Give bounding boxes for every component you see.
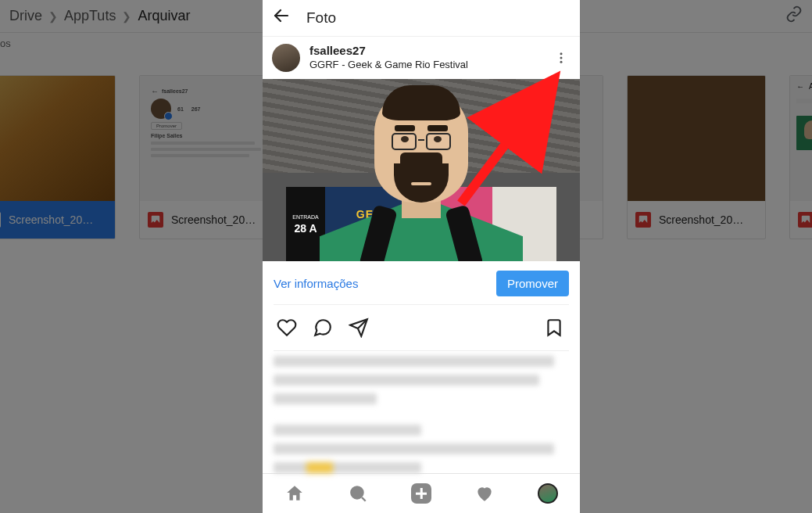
username[interactable]: fsallees27 bbox=[309, 44, 468, 59]
like-icon[interactable] bbox=[270, 311, 303, 344]
tab-home[interactable] bbox=[263, 474, 326, 513]
modal-title: Foto bbox=[306, 9, 336, 27]
bookmark-icon[interactable] bbox=[538, 311, 571, 344]
bottom-tabbar bbox=[263, 473, 580, 513]
instagram-photo-modal: Foto fsallees27 GGRF - Geek & Game Rio F… bbox=[263, 0, 580, 513]
post-header: fsallees27 GGRF - Geek & Game Rio Festiv… bbox=[263, 37, 580, 79]
insights-row: Ver informações Promover bbox=[263, 261, 580, 304]
tab-add[interactable] bbox=[389, 474, 453, 513]
blurred-text bbox=[274, 462, 421, 473]
more-options-icon[interactable] bbox=[552, 51, 571, 65]
post-actions bbox=[263, 305, 580, 350]
avatar[interactable] bbox=[272, 44, 300, 72]
view-insights-link[interactable]: Ver informações bbox=[274, 277, 358, 290]
share-icon[interactable] bbox=[342, 311, 375, 344]
tab-activity[interactable] bbox=[453, 474, 517, 513]
svg-point-3 bbox=[560, 61, 563, 63]
location[interactable]: GGRF - Geek & Game Rio Festival bbox=[309, 59, 468, 71]
plus-icon bbox=[411, 483, 431, 504]
post-photo[interactable]: ENTRADA28 A GEEGAMERIO FESTIVAL 2017 EXP… bbox=[263, 79, 580, 261]
blurred-text bbox=[274, 356, 554, 367]
blurred-text bbox=[274, 393, 377, 404]
svg-point-2 bbox=[560, 56, 563, 59]
blurred-text bbox=[274, 425, 421, 436]
svg-point-6 bbox=[351, 487, 363, 499]
blurred-text bbox=[274, 375, 539, 386]
blurred-text bbox=[274, 443, 554, 454]
comment-icon[interactable] bbox=[306, 311, 339, 344]
promote-button[interactable]: Promover bbox=[496, 271, 569, 296]
tab-search[interactable] bbox=[326, 474, 389, 513]
post-caption bbox=[263, 351, 580, 473]
avatar-icon bbox=[538, 483, 558, 504]
svg-point-1 bbox=[560, 52, 563, 55]
tab-profile[interactable] bbox=[517, 474, 580, 513]
svg-line-7 bbox=[362, 497, 366, 501]
back-arrow-icon[interactable] bbox=[272, 6, 291, 30]
modal-header: Foto bbox=[263, 0, 580, 37]
